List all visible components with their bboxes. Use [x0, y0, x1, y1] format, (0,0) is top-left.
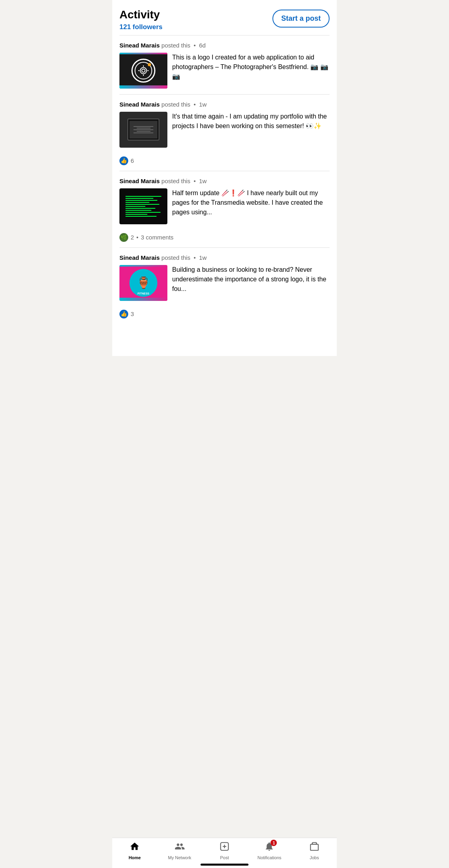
code-line	[125, 204, 159, 205]
thumb-dot	[148, 63, 151, 66]
comments-count: 3 comments	[141, 234, 174, 241]
post-text: Half term update 🥢❗🥢 I have nearly built…	[172, 188, 330, 217]
thumb-bar-bottom	[119, 85, 167, 89]
bell-icon: 1	[264, 841, 274, 854]
post-body: It's that time again - I am updating my …	[119, 112, 330, 148]
home-svg	[129, 841, 140, 852]
post-time: 6d	[199, 42, 206, 49]
code-line	[125, 202, 149, 203]
nav-home-label: Home	[129, 855, 141, 860]
screen-line	[133, 132, 153, 133]
header-left: Activity 121 followers	[119, 8, 163, 31]
nav-post[interactable]: Post	[202, 841, 247, 860]
like-icon: 👍	[119, 156, 128, 165]
screen-line	[133, 126, 153, 127]
post-thumbnail[interactable]	[119, 53, 167, 89]
post-reactions: 👍 6	[119, 153, 330, 171]
post-icon	[219, 841, 230, 854]
post-reactions: 🌿 2 • 3 comments	[119, 230, 330, 247]
code-line	[125, 214, 147, 215]
code-line	[125, 206, 145, 207]
fitness-logo: 🏺 FITNESS	[129, 269, 157, 297]
code-line	[125, 216, 157, 217]
nav-notifications-label: Notifications	[257, 855, 281, 860]
page-title: Activity	[119, 8, 163, 22]
post-item: Sinead Marais posted this • 1w	[112, 171, 337, 247]
code-line	[125, 208, 155, 209]
reaction-count: 6	[131, 157, 134, 164]
reaction-count: 2	[131, 234, 134, 241]
home-icon	[129, 841, 140, 854]
post-time: 1w	[199, 178, 207, 184]
main-content: Activity 121 followers Start a post Sine…	[112, 0, 337, 356]
post-item: Sinead Marais posted this • 1w 🏺 FITNESS…	[112, 248, 337, 324]
code-line	[125, 212, 161, 213]
post-action: posted this	[161, 42, 191, 49]
home-indicator	[201, 864, 248, 866]
post-action: posted this	[161, 178, 191, 184]
nav-jobs-label: Jobs	[310, 855, 319, 860]
post-svg	[219, 841, 230, 852]
code-preview	[123, 194, 164, 219]
post-thumbnail[interactable]: 🏺 FITNESS	[119, 265, 167, 301]
notification-badge: 1	[270, 840, 277, 846]
figure-icon: 🏺	[137, 276, 151, 289]
nav-jobs[interactable]: Jobs	[292, 841, 337, 860]
post-time: 1w	[199, 254, 207, 261]
post-meta: Sinead Marais posted this • 1w	[119, 178, 330, 184]
clap-icon: 🌿	[119, 233, 128, 242]
post-text: It's that time again - I am updating my …	[172, 112, 330, 131]
network-svg	[175, 841, 185, 852]
post-meta: Sinead Marais posted this • 1w	[119, 254, 330, 261]
laptop-icon	[127, 119, 159, 140]
network-icon	[175, 841, 185, 854]
start-post-button[interactable]: Start a post	[272, 10, 330, 28]
code-line	[125, 198, 153, 199]
nav-network-label: My Network	[168, 855, 191, 860]
followers-count: 121 followers	[119, 23, 163, 31]
post-author: Sinead Marais	[119, 254, 160, 261]
post-thumbnail[interactable]	[119, 112, 167, 148]
nav-notifications[interactable]: 1 Notifications	[247, 841, 292, 860]
logo-circle	[131, 59, 155, 83]
screen-line	[137, 128, 151, 129]
jobs-icon	[309, 841, 320, 854]
code-line	[125, 200, 157, 201]
laptop-screen	[129, 121, 157, 138]
post-body: This is a logo I created for a web appli…	[119, 53, 330, 89]
post-author: Sinead Marais	[119, 178, 160, 184]
thumb-bar-top	[119, 265, 167, 267]
post-meta: Sinead Marais posted this • 6d	[119, 42, 330, 49]
post-reactions: 👍 3	[119, 306, 330, 324]
thumb-bar-bottom	[119, 298, 167, 301]
nav-post-label: Post	[220, 855, 229, 860]
post-author: Sinead Marais	[119, 42, 160, 49]
post-action: posted this	[161, 254, 191, 261]
thumb-bar-top	[119, 53, 167, 54]
post-time: 1w	[199, 101, 207, 108]
post-action: posted this	[161, 101, 191, 108]
post-author: Sinead Marais	[119, 101, 160, 108]
screen-line	[133, 129, 153, 130]
reaction-count: 3	[131, 310, 134, 317]
nav-network[interactable]: My Network	[157, 841, 202, 860]
jobs-svg	[309, 841, 320, 852]
nav-home[interactable]: Home	[112, 841, 157, 860]
post-item: Sinead Marais posted this • 1w It's that…	[112, 95, 337, 171]
post-meta: Sinead Marais posted this • 1w	[119, 101, 330, 108]
header: Activity 121 followers Start a post	[112, 0, 337, 35]
post-body: Half term update 🥢❗🥢 I have nearly built…	[119, 188, 330, 224]
screen-line	[137, 131, 151, 132]
post-text: This is a logo I created for a web appli…	[172, 53, 330, 81]
dot-separator: •	[136, 234, 138, 241]
post-thumbnail[interactable]	[119, 188, 167, 224]
post-body: 🏺 FITNESS Building a business or looking…	[119, 265, 330, 301]
post-text: Building a business or looking to re-bra…	[172, 265, 330, 294]
code-line	[125, 196, 161, 197]
fitness-label: FITNESS	[136, 292, 151, 295]
post-item: Sinead Marais posted this • 6d	[112, 36, 337, 89]
like-icon: 👍	[119, 310, 128, 318]
code-line	[125, 210, 151, 211]
